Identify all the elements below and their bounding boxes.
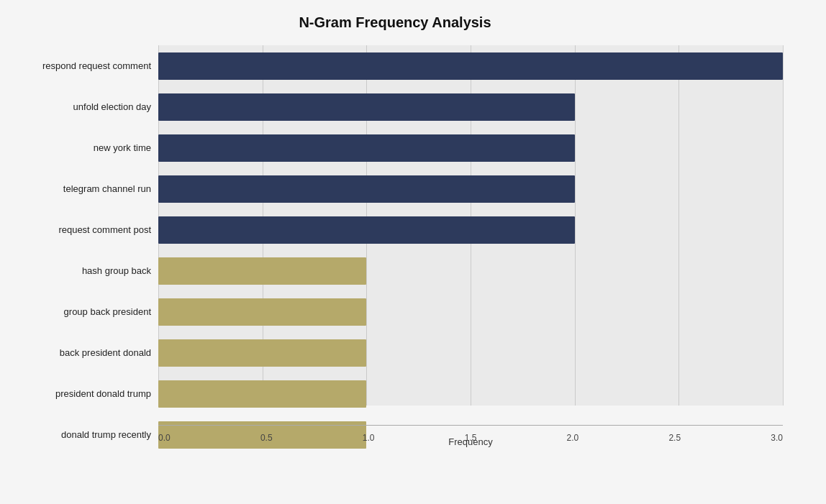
- bar-track: [158, 130, 783, 165]
- bar-label: unfold election day: [7, 101, 158, 112]
- bar-label: donald trump recently: [7, 429, 158, 440]
- x-tick: 1.0: [363, 433, 375, 443]
- bar: [158, 216, 575, 244]
- bar-label: telegram channel run: [7, 183, 158, 194]
- bar-track: [158, 89, 783, 124]
- bar-track: [158, 253, 783, 288]
- bar-label: hash group back: [7, 265, 158, 276]
- bar-track: [158, 48, 783, 83]
- bars-wrapper: respond request commentunfold election d…: [7, 45, 783, 455]
- bar: [158, 134, 575, 162]
- bar-label: president donald trump: [7, 388, 158, 399]
- x-tick: 2.5: [668, 433, 681, 443]
- bar-row: president donald trump: [7, 373, 783, 414]
- bar: [158, 298, 366, 326]
- bar: [158, 339, 366, 367]
- bar-track: [158, 171, 783, 206]
- bar: [158, 93, 575, 121]
- bar-row: request comment post: [7, 209, 783, 250]
- bar-label: respond request comment: [7, 60, 158, 71]
- bar-track: [158, 212, 783, 247]
- bar: [158, 257, 366, 285]
- bar-row: hash group back: [7, 250, 783, 291]
- bar-row: new york time: [7, 127, 783, 168]
- x-axis-ticks: 0.00.51.01.52.02.53.0: [158, 433, 783, 443]
- bar-track: [158, 376, 783, 411]
- x-tick: 2.0: [567, 433, 579, 443]
- bar-row: unfold election day: [7, 86, 783, 127]
- bar: [158, 175, 575, 203]
- bar-label: new york time: [7, 142, 158, 153]
- bar: [158, 380, 366, 408]
- bar-row: respond request comment: [7, 45, 783, 86]
- grid-line: [783, 45, 784, 406]
- bar-label: group back president: [7, 306, 158, 317]
- x-tick: 3.0: [771, 433, 783, 443]
- bar-track: [158, 294, 783, 329]
- chart-container: N-Gram Frequency Analysis respond reques…: [0, 0, 826, 504]
- bar-row: group back president: [7, 291, 783, 332]
- x-tick: 0.0: [158, 433, 171, 443]
- bar-row: back president donald: [7, 332, 783, 373]
- bar-track: [158, 335, 783, 370]
- bar-row: telegram channel run: [7, 168, 783, 209]
- x-tick: 1.5: [465, 433, 477, 443]
- bar: [158, 52, 783, 80]
- bar-label: request comment post: [7, 224, 158, 235]
- chart-title: N-Gram Frequency Analysis: [7, 14, 783, 31]
- x-tick: 0.5: [260, 433, 273, 443]
- bar-label: back president donald: [7, 347, 158, 358]
